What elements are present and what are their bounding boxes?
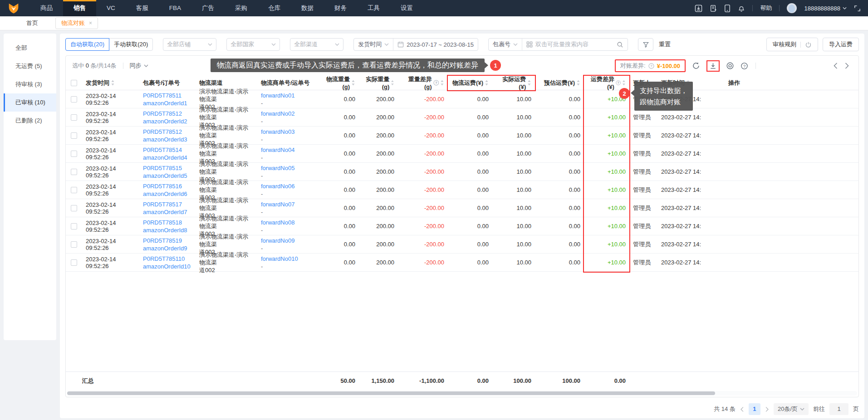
nav-item-1[interactable]: 销售 <box>63 0 96 16</box>
page-size-select[interactable]: 20条/页 <box>774 403 809 415</box>
package-link[interactable]: P0RD5T78512 <box>143 110 187 117</box>
nav-item-10[interactable]: 工具 <box>357 0 390 16</box>
package-link[interactable]: P0RD5T78518 <box>143 219 187 226</box>
tracking-link[interactable]: forwardNo01 <box>261 92 294 99</box>
row-checkbox[interactable] <box>71 132 77 139</box>
package-link[interactable]: P0RD5T78514 <box>143 146 187 154</box>
nav-item-6[interactable]: 采购 <box>225 0 258 16</box>
logistics-weight-header[interactable]: 物流重量(g) <box>315 75 359 90</box>
sidebar-item-4[interactable]: 已删除 (2) <box>4 112 56 130</box>
help-icon[interactable]: ? <box>648 63 654 69</box>
sort-icon[interactable] <box>391 80 394 86</box>
search-input[interactable]: 双击可批量搜索内容 <box>522 39 628 50</box>
sort-icon[interactable] <box>527 80 531 86</box>
tab-home[interactable]: 首页 <box>26 19 38 27</box>
package-link[interactable]: P0RD5T78516 <box>143 182 187 190</box>
order-link[interactable]: amazonOrderId9 <box>143 244 187 252</box>
sort-icon[interactable] <box>485 80 489 86</box>
advanced-filter-button[interactable] <box>638 38 653 51</box>
sidebar-item-2[interactable]: 待审核 (3) <box>4 75 56 93</box>
order-link[interactable]: amazonOrderId7 <box>143 208 187 216</box>
sort-icon[interactable] <box>576 80 580 86</box>
page-number-current[interactable]: 1 <box>749 403 760 415</box>
help-link[interactable]: 帮助 <box>760 4 772 12</box>
package-link[interactable]: P0RD5T78512 <box>143 128 187 136</box>
actual-freight-header[interactable]: 实际运费(¥) <box>492 75 535 90</box>
scroll-left-icon[interactable] <box>833 62 838 69</box>
nav-item-9[interactable]: 财务 <box>324 0 357 16</box>
row-checkbox[interactable] <box>71 169 77 175</box>
nav-item-8[interactable]: 数据 <box>291 0 324 16</box>
nav-item-4[interactable]: FBA <box>159 0 191 16</box>
sidebar-item-1[interactable]: 无运费 (5) <box>4 57 56 75</box>
download-center-icon[interactable] <box>695 5 702 12</box>
prev-page-button[interactable] <box>740 406 744 412</box>
date-range-picker[interactable]: 2023-07-17 ~ 2023-08-15 <box>393 39 478 50</box>
export-download-icon[interactable] <box>706 60 720 72</box>
order-link[interactable]: amazonOrderId2 <box>143 117 187 125</box>
search-type-select[interactable]: 包裹号 <box>489 39 522 50</box>
mobile-app-icon[interactable] <box>724 5 731 12</box>
row-checkbox[interactable] <box>71 205 77 211</box>
search-icon[interactable] <box>617 41 623 48</box>
sidebar-item-3[interactable]: 已审核 (10) <box>4 93 56 112</box>
order-link[interactable]: amazonOrderId3 <box>143 136 187 143</box>
row-checkbox[interactable] <box>71 114 77 121</box>
sidebar-item-0[interactable]: 全部 <box>4 39 56 57</box>
help-icon[interactable]: ? <box>433 80 439 86</box>
power-toggle-icon[interactable] <box>805 41 812 48</box>
row-checkbox[interactable] <box>71 223 77 230</box>
tracking-link[interactable]: forwardNo09 <box>261 237 294 244</box>
tracking-link[interactable]: forwardNo06 <box>261 182 294 190</box>
ship-time-header[interactable]: 发货时间 <box>82 79 139 87</box>
import-freight-button[interactable]: 导入运费 <box>823 38 859 51</box>
sync-dropdown[interactable]: 同步 <box>130 62 148 70</box>
account-menu[interactable]: 18888888888 <box>804 5 847 12</box>
row-checkbox[interactable] <box>71 96 77 103</box>
nav-item-0[interactable]: 商品 <box>30 0 63 16</box>
package-link[interactable]: P0RD5T785110 <box>143 255 191 263</box>
scrollbar-thumb[interactable] <box>67 391 715 395</box>
tracking-link[interactable]: forwardNo08 <box>261 219 294 226</box>
tracking-link[interactable]: forwardNo02 <box>261 110 294 117</box>
package-link[interactable]: P0RD5T78517 <box>143 200 187 208</box>
tracking-link[interactable]: forwardNo04 <box>261 146 294 154</box>
sort-icon[interactable] <box>440 80 444 86</box>
app-logo-icon[interactable] <box>7 2 20 14</box>
order-link[interactable]: amazonOrderId1 <box>143 99 187 107</box>
order-link[interactable]: amazonOrderId5 <box>143 172 187 180</box>
audit-rules-button[interactable]: 审核规则 <box>766 38 818 51</box>
document-add-icon[interactable] <box>710 5 717 12</box>
tab-logistics-reconciliation[interactable]: 物流对账 × <box>55 17 98 29</box>
logistics-freight-header[interactable]: 物流运费(¥) <box>448 79 492 87</box>
nav-item-11[interactable]: 设置 <box>390 0 423 16</box>
nav-item-7[interactable]: 仓库 <box>258 0 291 16</box>
auto-fetch-button[interactable]: 自动获取(20) <box>65 38 109 51</box>
order-link[interactable]: amazonOrderId6 <box>143 190 187 198</box>
user-avatar[interactable] <box>787 3 797 13</box>
manual-fetch-button[interactable]: 手动获取(20) <box>109 38 153 51</box>
reset-button[interactable]: 重置 <box>659 40 671 49</box>
select-all-checkbox[interactable] <box>71 80 77 86</box>
tracking-link[interactable]: forwardNo05 <box>261 164 294 172</box>
help-circle-icon[interactable]: ? <box>740 62 748 70</box>
row-checkbox[interactable] <box>71 151 77 157</box>
weight-diff-header[interactable]: 重量差异(g)? <box>398 75 448 90</box>
tracking-link[interactable]: forwardNo03 <box>261 128 294 136</box>
row-checkbox[interactable] <box>71 259 77 266</box>
estimated-freight-header[interactable]: 预估运费(¥) <box>535 79 584 87</box>
nav-item-2[interactable]: VC <box>96 0 126 16</box>
row-checkbox[interactable] <box>71 187 77 193</box>
sort-icon[interactable] <box>351 80 355 86</box>
fullscreen-icon[interactable] <box>854 5 861 12</box>
package-link[interactable]: P0RD5T78519 <box>143 237 187 244</box>
scroll-right-icon[interactable] <box>844 62 849 69</box>
order-link[interactable]: amazonOrderId10 <box>143 263 191 270</box>
time-type-select[interactable]: 发货时间 <box>354 39 393 50</box>
shop-select[interactable]: 全部店铺 <box>163 38 216 51</box>
close-icon[interactable]: × <box>89 20 92 26</box>
order-link[interactable]: amazonOrderId8 <box>143 226 187 234</box>
country-select[interactable]: 全部国家 <box>226 38 280 51</box>
nav-item-3[interactable]: 客服 <box>126 0 159 16</box>
nav-item-5[interactable]: 广告 <box>191 0 225 16</box>
